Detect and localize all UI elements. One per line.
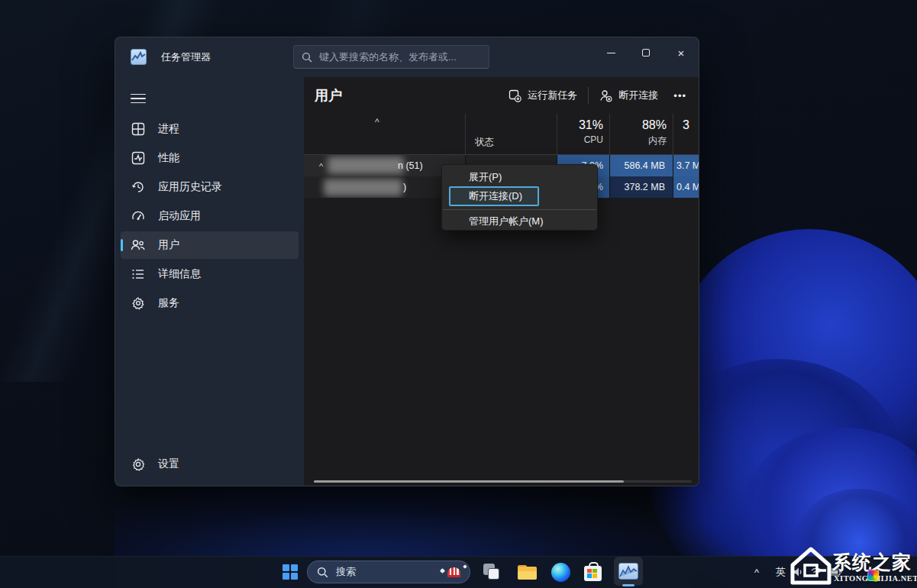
sidebar-item-app-history[interactable]: 应用历史记录 bbox=[121, 173, 299, 201]
users-page: 用户 运行新任务 bbox=[304, 77, 699, 486]
search-icon bbox=[302, 52, 312, 63]
disconnect-icon bbox=[599, 89, 612, 102]
window-controls: × bbox=[593, 38, 699, 69]
sidebar-item-settings[interactable]: 设置 bbox=[121, 451, 309, 478]
cpu-total-percent: 31% bbox=[579, 118, 603, 132]
edge-icon bbox=[551, 563, 570, 582]
toolbar: 运行新任务 断开连接 ••• bbox=[501, 77, 694, 114]
app-history-icon bbox=[131, 180, 145, 195]
microsoft-store-button[interactable] bbox=[580, 560, 605, 584]
maximize-button[interactable] bbox=[628, 38, 664, 67]
task-manager-taskbar-button[interactable] bbox=[614, 557, 643, 586]
store-icon bbox=[584, 566, 602, 581]
sidebar-item-label: 服务 bbox=[158, 296, 179, 310]
user-disk-cell: 0.4 M bbox=[673, 176, 699, 198]
column-header-cpu[interactable]: 31% CPU bbox=[557, 114, 609, 154]
sidebar-item-performance[interactable]: 性能 bbox=[121, 144, 299, 172]
table-header: ^ 状态 31% CPU 88% 内存 bbox=[304, 114, 699, 155]
disconnect-button[interactable]: 断开连接 bbox=[592, 83, 666, 108]
search-icon bbox=[317, 567, 328, 578]
tray-icons[interactable] bbox=[793, 556, 842, 588]
search-placeholder: 键入要搜索的名称、发布者或... bbox=[319, 50, 457, 64]
page-header: 用户 运行新任务 bbox=[304, 77, 699, 114]
column-header-memory[interactable]: 88% 内存 bbox=[609, 114, 673, 154]
menu-item-expand[interactable]: 展开(P) bbox=[442, 169, 597, 186]
startup-apps-icon bbox=[131, 209, 145, 224]
processes-icon bbox=[131, 122, 145, 137]
menu-item-manage-accounts[interactable]: 管理用户帐户(M) bbox=[442, 213, 597, 230]
memory-total-percent: 88% bbox=[642, 118, 667, 132]
performance-icon bbox=[131, 151, 145, 166]
horizontal-scrollbar-thumb[interactable] bbox=[314, 480, 624, 483]
file-explorer-button[interactable] bbox=[515, 560, 539, 584]
more-options-button[interactable]: ••• bbox=[666, 85, 694, 107]
column-header-status[interactable]: 状态 bbox=[465, 114, 557, 154]
sidebar-item-users[interactable]: 用户 bbox=[121, 231, 299, 259]
column-header-disk[interactable]: 3 bbox=[673, 114, 699, 154]
context-menu: 展开(P) 断开连接(D) 管理用户帐户(M) bbox=[441, 164, 598, 231]
sidebar-item-label: 启动应用 bbox=[158, 209, 201, 223]
gear-icon bbox=[131, 457, 145, 472]
tray-language-indicator[interactable]: 英 bbox=[771, 556, 790, 588]
details-icon bbox=[131, 267, 145, 282]
start-button[interactable] bbox=[278, 560, 302, 584]
sidebar: 进程 性能 应用历史记录 启动应用 bbox=[115, 114, 304, 486]
edge-browser-button[interactable] bbox=[548, 560, 573, 584]
run-new-task-icon bbox=[509, 89, 521, 102]
task-manager-icon bbox=[618, 563, 638, 580]
sort-ascending-icon: ^ bbox=[375, 117, 379, 128]
toolbar-separator bbox=[588, 87, 589, 104]
network-icon bbox=[811, 567, 822, 577]
user-disk-cell: 3.7 M bbox=[673, 155, 699, 176]
page-title: 用户 bbox=[315, 77, 342, 114]
column-header-name[interactable]: ^ bbox=[304, 114, 465, 154]
user-memory-cell: 378.2 MB bbox=[609, 176, 673, 198]
disconnect-label: 断开连接 bbox=[618, 89, 658, 102]
sidebar-item-label: 进程 bbox=[158, 122, 179, 136]
redacted-user-name bbox=[328, 157, 404, 174]
window-title: 任务管理器 bbox=[161, 37, 211, 77]
close-button[interactable]: × bbox=[664, 38, 699, 67]
titlebar: 任务管理器 键入要搜索的名称、发布者或... × bbox=[115, 37, 699, 77]
users-icon bbox=[131, 238, 145, 253]
sidebar-item-services[interactable]: 服务 bbox=[121, 289, 299, 317]
speaker-icon bbox=[793, 567, 804, 577]
sidebar-item-details[interactable]: 详细信息 bbox=[121, 260, 299, 288]
task-manager-window: 任务管理器 键入要搜索的名称、发布者或... × bbox=[115, 37, 699, 486]
minimize-button[interactable] bbox=[593, 38, 628, 67]
search-highlights-icon bbox=[447, 567, 460, 577]
services-icon bbox=[131, 296, 145, 311]
windows-logo-icon bbox=[283, 564, 298, 580]
redacted-user-name bbox=[324, 179, 402, 196]
sidebar-item-label: 性能 bbox=[158, 151, 179, 165]
menu-item-disconnect[interactable]: 断开连接(D) bbox=[449, 186, 539, 206]
cpu-label: CPU bbox=[579, 134, 603, 145]
taskbar-search[interactable]: 搜索 bbox=[307, 561, 470, 583]
active-app-indicator bbox=[622, 584, 634, 586]
run-new-task-button[interactable]: 运行新任务 bbox=[501, 83, 585, 108]
sidebar-item-label: 设置 bbox=[158, 457, 179, 471]
folder-icon bbox=[518, 565, 537, 580]
search-input[interactable]: 键入要搜索的名称、发布者或... bbox=[293, 45, 489, 69]
user-memory-cell: 586.4 MB bbox=[609, 155, 673, 176]
task-manager-app-icon bbox=[131, 49, 147, 65]
tray-show-hidden-icons[interactable]: ^ bbox=[750, 556, 764, 588]
task-view-button[interactable] bbox=[479, 560, 504, 584]
wallpaper-bloom bbox=[672, 229, 917, 504]
taskbar-search-placeholder: 搜索 bbox=[336, 565, 440, 579]
navigation-menu-button[interactable] bbox=[128, 88, 149, 109]
desktop: 任务管理器 键入要搜索的名称、发布者或... × bbox=[0, 0, 917, 588]
sidebar-item-label: 详细信息 bbox=[158, 267, 201, 281]
run-new-task-label: 运行新任务 bbox=[528, 89, 577, 102]
sidebar-item-processes[interactable]: 进程 bbox=[121, 115, 299, 143]
menu-separator bbox=[443, 209, 596, 210]
collapse-chevron-icon: ^ bbox=[319, 156, 323, 176]
disk-total-percent: 3 bbox=[683, 118, 689, 132]
sidebar-item-label: 应用历史记录 bbox=[158, 180, 222, 194]
sidebar-item-label: 用户 bbox=[158, 238, 179, 252]
sidebar-item-startup-apps[interactable]: 启动应用 bbox=[121, 202, 299, 230]
battery-icon bbox=[829, 567, 842, 577]
memory-label: 内存 bbox=[642, 134, 667, 147]
